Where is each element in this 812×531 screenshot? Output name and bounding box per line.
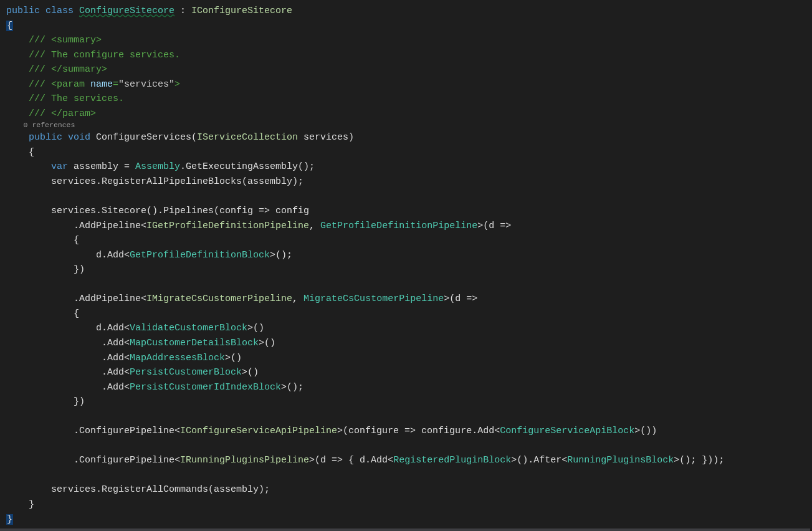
code-line[interactable]: }) bbox=[6, 395, 812, 409]
text: >(d => bbox=[444, 294, 477, 304]
code-line-empty[interactable] bbox=[6, 189, 812, 204]
type-name: RegisteredPluginBlock bbox=[393, 455, 511, 466]
brace: }) bbox=[6, 396, 85, 407]
type-name: GetProfileDefinitionPipeline bbox=[320, 221, 477, 231]
brace: { bbox=[6, 147, 34, 158]
text: >()) bbox=[634, 426, 657, 436]
xml-doc: /// bbox=[6, 79, 51, 90]
text: .AddPipeline< bbox=[6, 221, 146, 231]
brace-close: } bbox=[6, 514, 13, 525]
code-line-empty[interactable] bbox=[6, 409, 812, 424]
xml-doc: /// </param> bbox=[6, 108, 96, 119]
code-line[interactable]: public void ConfigureServices(IServiceCo… bbox=[6, 130, 812, 145]
code-line-empty[interactable] bbox=[6, 468, 812, 483]
text: >(d => { d.Add< bbox=[309, 455, 393, 466]
type-name: RunningPluginsBlock bbox=[567, 455, 674, 466]
xml-attr-val: "services" bbox=[118, 79, 174, 90]
param: services) bbox=[298, 132, 354, 143]
code-line[interactable]: } bbox=[6, 512, 812, 527]
text: .Add< bbox=[6, 353, 130, 363]
code-line[interactable]: services.RegisterAllPipelineBlocks(assem… bbox=[6, 175, 812, 189]
text: .Add< bbox=[6, 338, 130, 348]
text: >() bbox=[242, 367, 259, 378]
code-line[interactable]: d.Add<GetProfileDefinitionBlock>(); bbox=[6, 248, 812, 263]
horizontal-scrollbar[interactable] bbox=[0, 529, 810, 531]
text: services.RegisterAllPipelineBlocks(assem… bbox=[6, 176, 303, 187]
code-line[interactable]: d.Add<ValidateCustomerBlock>() bbox=[6, 321, 812, 336]
code-line[interactable]: .Add<PersistCustomerIdIndexBlock>(); bbox=[6, 380, 812, 395]
indent bbox=[6, 161, 51, 172]
keyword: public class bbox=[6, 6, 79, 16]
code-line[interactable]: .AddPipeline<IMigrateCsCustomerPipeline,… bbox=[6, 292, 812, 307]
type-name: ValidateCustomerBlock bbox=[130, 323, 247, 333]
xml-doc: /// <summary> bbox=[6, 35, 102, 45]
code-line[interactable]: /// The services. bbox=[6, 92, 812, 107]
type-name: PersistCustomerIdIndexBlock bbox=[130, 382, 281, 393]
type-name: MapAddressesBlock bbox=[130, 353, 225, 363]
code-line[interactable]: .AddPipeline<IGetProfileDefinitionPipeli… bbox=[6, 219, 812, 234]
codelens-references[interactable]: 0 references bbox=[6, 121, 812, 130]
type-name: MigrateCsCustomerPipeline bbox=[303, 294, 444, 304]
text: .GetExecutingAssembly(); bbox=[180, 161, 315, 172]
interface-name: IRunningPluginsPipeline bbox=[180, 455, 309, 466]
code-editor[interactable]: public class ConfigureSitecore : IConfig… bbox=[6, 4, 812, 527]
code-line[interactable]: { bbox=[6, 145, 812, 160]
text: .ConfigurePipeline< bbox=[6, 426, 180, 436]
punct: : bbox=[174, 6, 191, 16]
code-line[interactable]: /// <param name="services"> bbox=[6, 77, 812, 92]
code-line[interactable]: { bbox=[6, 307, 812, 322]
code-line[interactable]: services.Sitecore().Pipelines(config => … bbox=[6, 204, 812, 219]
code-line[interactable]: .ConfigurePipeline<IConfigureServiceApiP… bbox=[6, 424, 812, 439]
text: >(); })); bbox=[674, 455, 724, 466]
text: >() bbox=[225, 353, 242, 363]
xml-doc: /// The configure services. bbox=[6, 50, 180, 60]
interface-name: IConfigureServiceApiPipeline bbox=[180, 426, 337, 436]
code-line[interactable]: }) bbox=[6, 262, 812, 277]
brace: } bbox=[6, 499, 34, 510]
code-line[interactable]: var assembly = Assembly.GetExecutingAsse… bbox=[6, 160, 812, 175]
text: , bbox=[292, 294, 303, 304]
interface-name: IGetProfileDefinitionPipeline bbox=[146, 221, 309, 231]
code-line[interactable]: .Add<PersistCustomerBlock>() bbox=[6, 365, 812, 380]
type-name: GetProfileDefinitionBlock bbox=[130, 250, 270, 261]
code-line-empty[interactable] bbox=[6, 439, 812, 454]
code-line[interactable]: public class ConfigureSitecore : IConfig… bbox=[6, 4, 812, 19]
code-line[interactable]: /// The configure services. bbox=[6, 48, 812, 63]
brace: { bbox=[6, 309, 79, 319]
code-line[interactable]: services.RegisterAllCommands(assembly); bbox=[6, 482, 812, 497]
keyword-var: var bbox=[51, 161, 68, 172]
brace: { bbox=[6, 235, 79, 246]
text: >(); bbox=[281, 382, 303, 393]
code-line[interactable]: .Add<MapAddressesBlock>() bbox=[6, 351, 812, 366]
code-line[interactable]: { bbox=[6, 233, 812, 248]
type-name: MapCustomerDetailsBlock bbox=[130, 338, 259, 348]
text: assembly = bbox=[68, 161, 135, 172]
text: d.Add< bbox=[6, 250, 130, 261]
xml-doc: /// </summary> bbox=[6, 64, 107, 75]
brace: }) bbox=[6, 264, 85, 275]
text: >() bbox=[247, 323, 264, 333]
method-name: ConfigureServices( bbox=[96, 132, 197, 143]
code-line[interactable]: .ConfigurePipeline<IRunningPluginsPipeli… bbox=[6, 453, 812, 468]
code-line[interactable]: /// </param> bbox=[6, 107, 812, 122]
code-line[interactable]: { bbox=[6, 19, 812, 34]
class-name: ConfigureSitecore bbox=[79, 6, 174, 16]
type-name: PersistCustomerBlock bbox=[130, 367, 242, 378]
text: .AddPipeline< bbox=[6, 294, 146, 304]
text: >().After< bbox=[511, 455, 567, 466]
type-name: IServiceCollection bbox=[197, 132, 298, 143]
code-line[interactable]: } bbox=[6, 497, 812, 512]
code-line[interactable]: /// </summary> bbox=[6, 62, 812, 77]
type-name: ConfigureServiceApiBlock bbox=[500, 426, 634, 436]
indent bbox=[6, 132, 29, 143]
type-name: Assembly bbox=[135, 161, 180, 172]
text: .ConfigurePipeline< bbox=[6, 455, 180, 466]
brace-open: { bbox=[6, 21, 13, 31]
text: , bbox=[309, 221, 320, 231]
code-line-empty[interactable] bbox=[6, 277, 812, 292]
text: services.RegisterAllCommands(assembly); bbox=[6, 484, 270, 495]
code-line[interactable]: /// <summary> bbox=[6, 33, 812, 48]
interface-name: IConfigureSitecore bbox=[191, 6, 292, 16]
interface-name: IMigrateCsCustomerPipeline bbox=[146, 294, 292, 304]
code-line[interactable]: .Add<MapCustomerDetailsBlock>() bbox=[6, 336, 812, 351]
